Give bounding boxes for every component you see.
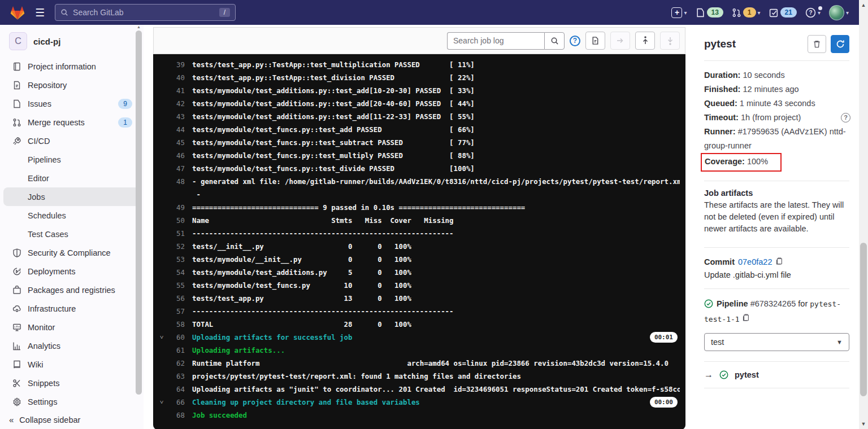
log-help-icon[interactable]: ? <box>570 36 580 46</box>
log-line-number[interactable]: 58 <box>167 318 185 331</box>
log-line-text: tests/mymodule/test_additions.py::test_a… <box>192 110 475 123</box>
sidebar-item-security-compliance[interactable]: Security & Compliance <box>3 243 140 262</box>
pipeline-status-passed-icon[interactable] <box>704 299 713 312</box>
show-raw-log-button[interactable] <box>585 32 605 50</box>
snippets-icon <box>12 379 21 388</box>
stage-dropdown[interactable]: test ▼ <box>704 333 849 351</box>
log-line-number[interactable]: 40 <box>167 71 185 84</box>
log-line-number[interactable]: 63 <box>167 370 185 383</box>
log-line-number[interactable]: 44 <box>167 123 185 136</box>
scroll-up-arrow-icon[interactable]: ▲ <box>859 2 868 8</box>
log-line-number[interactable]: 51 <box>167 227 185 240</box>
log-line-number[interactable]: 43 <box>167 110 185 123</box>
copy-commit-sha-button[interactable] <box>775 257 783 267</box>
sidebar-item-snippets[interactable]: Snippets <box>3 374 140 392</box>
retry-icon <box>836 40 845 49</box>
page-scrollbar[interactable]: ▲ ▼ <box>859 0 868 429</box>
global-search-input[interactable]: Search GitLab / <box>55 4 236 21</box>
log-line: 55tests/mymodule/test_funcs.py 10 0 100% <box>153 279 685 292</box>
scroll-down-arrow-icon[interactable]: ▼ <box>859 421 868 427</box>
sidebar-item-merge-requests[interactable]: Merge requests1 <box>3 113 140 132</box>
stage-job-row[interactable]: → pytest <box>704 370 849 380</box>
scroll-to-top-button[interactable] <box>635 32 655 50</box>
sidebar-scrollbar-thumb[interactable] <box>136 30 142 395</box>
sidebar-item-project-information[interactable]: Project information <box>3 57 140 76</box>
log-line: 48- generated xml file: /home/gitlab-run… <box>153 175 685 201</box>
project-context-header[interactable]: C cicd-pj <box>0 25 144 57</box>
sidebar-item-packages-and-registries[interactable]: Packages and registries <box>3 281 140 299</box>
issues-icon <box>696 8 705 17</box>
sidebar-item-infrastructure[interactable]: Infrastructure <box>3 299 140 318</box>
sidebar-item-label: Infrastructure <box>28 304 76 313</box>
log-line-number[interactable]: 53 <box>167 253 185 266</box>
log-line-number[interactable]: 52 <box>167 240 185 253</box>
gitlab-logo[interactable] <box>10 6 25 20</box>
sidebar-item-test-cases[interactable]: Test Cases <box>3 225 140 243</box>
log-line-number[interactable]: 54 <box>167 266 185 279</box>
sidebar-item-jobs[interactable]: Jobs <box>3 187 140 206</box>
commit-sha-link[interactable]: 07e0fa22 <box>738 257 772 266</box>
analytics-icon <box>12 342 21 351</box>
log-line-number[interactable]: 41 <box>167 84 185 97</box>
log-gutter <box>157 266 167 279</box>
job-log-search-input[interactable] <box>447 32 544 50</box>
log-gutter <box>157 162 167 175</box>
new-menu-button[interactable]: +▾ <box>671 7 687 18</box>
hamburger-menu-icon[interactable]: ☰ <box>35 6 45 19</box>
log-line-number[interactable]: 56 <box>167 292 185 305</box>
clipboard-icon <box>775 257 783 265</box>
sidebar-item-issues[interactable]: Issues9 <box>3 94 140 113</box>
log-line-number[interactable]: 48 <box>167 175 185 201</box>
log-line-number[interactable]: 61 <box>167 344 185 357</box>
sidebar-item-monitor[interactable]: Monitor <box>3 318 140 336</box>
sidebar-item-settings[interactable]: Settings <box>3 392 140 411</box>
section-duration-badge: 00:00 <box>650 397 678 408</box>
help-menu-button[interactable]: ? ▾ <box>805 7 821 18</box>
sidebar-item-editor[interactable]: Editor <box>3 169 140 187</box>
erase-job-log-button[interactable] <box>808 35 826 53</box>
log-line: ˅66Cleaning up project directory and fil… <box>153 396 685 409</box>
sidebar-nav-list: Project informationRepositoryIssues9Merg… <box>0 57 144 411</box>
log-line-number[interactable]: 62 <box>167 357 185 370</box>
section-collapse-chevron-icon[interactable]: ˅ <box>157 331 167 344</box>
sidebar-item-deployments[interactable]: Deployments <box>3 262 140 281</box>
page-scrollbar-thumb[interactable] <box>860 243 867 396</box>
sidebar-scrollbar[interactable]: ▲ <box>135 25 142 429</box>
log-line-number[interactable]: 39 <box>167 58 185 71</box>
job-log-search-button[interactable] <box>544 32 565 50</box>
log-line-number[interactable]: 45 <box>167 136 185 149</box>
log-line-number[interactable]: 66 <box>167 396 185 409</box>
copy-pipeline-ref-button[interactable] <box>742 314 750 323</box>
log-line-number[interactable]: 50 <box>167 214 185 227</box>
sidebar-item-label: Pipelines <box>28 155 61 164</box>
issues-nav-button[interactable]: 13 <box>696 7 723 17</box>
log-line-number[interactable]: 57 <box>167 305 185 318</box>
sidebar-item-ci-cd[interactable]: CI/CD <box>3 132 140 150</box>
timeout-help-icon[interactable]: ? <box>841 113 850 122</box>
chevron-down-icon: ▼ <box>836 339 843 345</box>
user-menu-button[interactable]: ▾ <box>829 5 849 20</box>
pipeline-id-link[interactable]: #678324265 <box>750 299 796 308</box>
collapse-sidebar-button[interactable]: « Collapse sidebar <box>9 415 80 424</box>
retry-job-button[interactable] <box>831 35 849 53</box>
log-line-number[interactable]: 60 <box>167 331 185 344</box>
sidebar-item-wiki[interactable]: Wiki <box>3 355 140 374</box>
sidebar-item-schedules[interactable]: Schedules <box>3 206 140 225</box>
log-line-number[interactable]: 55 <box>167 279 185 292</box>
section-collapse-chevron-icon[interactable]: ˅ <box>157 396 167 409</box>
log-line-number[interactable]: 64 <box>167 383 185 396</box>
log-line-text: Job succeeded <box>192 409 247 422</box>
log-line-number[interactable]: 42 <box>167 97 185 110</box>
log-line-number[interactable]: 68 <box>167 409 185 422</box>
log-line-text: tests/mymodule/test_additions.py::test_a… <box>192 97 475 110</box>
sidebar-item-analytics[interactable]: Analytics <box>3 336 140 355</box>
log-line: 52tests/__init__.py 0 0 100% <box>153 240 685 253</box>
log-line-number[interactable]: 49 <box>167 201 185 214</box>
sidebar-item-repository[interactable]: Repository <box>3 76 140 94</box>
merge-requests-nav-button[interactable]: 1 ▾ <box>732 7 761 17</box>
sidebar-item-pipelines[interactable]: Pipelines <box>3 150 140 169</box>
log-line-number[interactable]: 46 <box>167 149 185 162</box>
log-line-number[interactable]: 47 <box>167 162 185 175</box>
todos-nav-button[interactable]: 21 <box>769 7 797 17</box>
scroll-to-bottom-button <box>660 32 680 50</box>
